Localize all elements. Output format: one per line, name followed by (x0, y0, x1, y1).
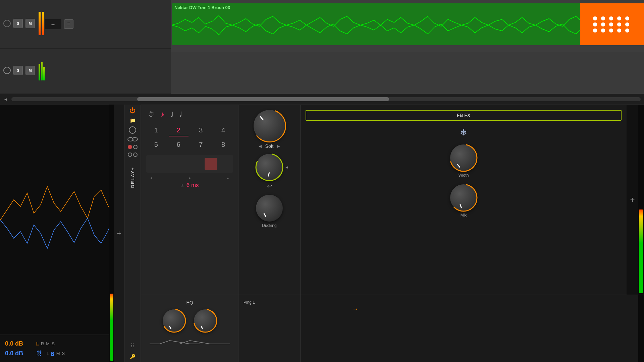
svg-point-4 (163, 309, 185, 332)
circle-icon-1[interactable] (129, 126, 136, 134)
arrow-triplet-left: ▲ (150, 176, 153, 180)
track1-solo-btn[interactable]: S (13, 19, 23, 28)
soft-prev-arrow[interactable]: ◄ (258, 143, 263, 149)
dots-menu-icon[interactable]: ⠿ (130, 343, 135, 349)
soft-knob-ring (252, 109, 287, 143)
scroll-left-arrow[interactable]: ◄ (3, 97, 8, 102)
num-btn-8[interactable]: 8 (213, 139, 233, 150)
right-add-btn[interactable]: + (630, 195, 635, 204)
return-icon[interactable]: ↩ (267, 182, 272, 190)
note-dotted-icon[interactable]: ♪ (161, 110, 164, 119)
panel-right-meter (109, 105, 114, 362)
fbfx-section: FB FX ❄ Width (301, 105, 627, 295)
fbfx-header-btn[interactable]: FB FX (306, 110, 622, 121)
eq-knob2-ring (193, 308, 218, 334)
ducking-knob-indicator (263, 213, 266, 217)
channel-S-blue[interactable]: S (62, 351, 65, 356)
num-btn-7[interactable]: 7 (191, 139, 211, 150)
dots-grid (593, 16, 631, 33)
delay-plugin-label: DELAY+ (130, 167, 135, 188)
channel-M-blue[interactable]: M (56, 351, 60, 356)
plus-minus-icon: ± (180, 182, 183, 189)
right-side-meter (638, 105, 644, 295)
orange-badge[interactable] (580, 3, 644, 45)
track2-solo-btn[interactable]: S (13, 66, 23, 75)
green-knob-ring (255, 153, 284, 182)
knob-arrow-right[interactable]: ◄ (285, 165, 289, 170)
freeze-icon[interactable]: ❄ (460, 127, 467, 138)
level-blue: 0.0 dB (5, 350, 34, 357)
plugin-bottom: EQ (141, 295, 644, 362)
mix-knob-container[interactable] (450, 184, 477, 211)
track1-menu-btn[interactable]: ≡ (64, 19, 73, 29)
audio-region-label: Nektar DW Tom 1 Brush 03 (172, 3, 643, 12)
num-btn-4[interactable]: 4 (213, 125, 233, 136)
folder-icon[interactable]: 📁 (130, 118, 136, 123)
right-meter-bottom (638, 295, 644, 362)
delay-plugin-strip: ⏻ 📁 DELAY+ ⠿ 🔑 (124, 105, 141, 362)
delay-time-section: ⏱ ♪ ♩ 𝅗𝅥 1 2 3 4 5 6 7 8 (141, 105, 238, 295)
channel-M-orange[interactable]: M (46, 341, 50, 346)
soft-knob-container[interactable] (254, 110, 285, 142)
waveform-svg (172, 12, 643, 39)
delay-arrows-row: ▲ ▲ ▲ (146, 176, 233, 180)
ping-label: Ping L (244, 300, 255, 305)
ducking-knob-container[interactable] (256, 195, 283, 222)
soft-nav: ◄ Soft ► (258, 143, 281, 149)
link-icon[interactable]: ⛓ (36, 350, 42, 357)
eq-label: EQ (186, 300, 193, 305)
track2-mute-btn[interactable]: M (25, 66, 35, 75)
channel-L-blue[interactable]: L (47, 351, 49, 356)
add-plugin-btn[interactable]: + (117, 229, 121, 238)
note-quarter-icon[interactable]: ♩ (170, 110, 173, 118)
svg-point-5 (194, 309, 217, 332)
svg-point-1 (256, 154, 283, 181)
delay-slider-thumb[interactable] (205, 158, 217, 170)
green-knob-container[interactable]: ◄ (256, 154, 283, 181)
num-btn-1[interactable]: 1 (146, 125, 166, 136)
eq-curve-svg (150, 336, 230, 347)
track2-record-btn[interactable] (3, 67, 11, 74)
daw-scrollbar: ◄ (0, 94, 644, 105)
soft-next-arrow[interactable]: ► (276, 143, 281, 149)
audio-region-1[interactable]: Nektar DW Tom 1 Brush 03 (172, 3, 643, 45)
svg-point-2 (450, 144, 477, 171)
ducking-label: Ducking (262, 223, 276, 228)
right-plus-section: + (627, 105, 638, 295)
eq-section: EQ (141, 295, 238, 362)
width-knob-container[interactable] (450, 144, 477, 171)
red-circles-pair[interactable] (128, 145, 138, 149)
fbfx-bottom (301, 295, 638, 362)
track1-mute-btn[interactable]: M (25, 19, 35, 28)
num-btn-5[interactable]: 5 (146, 139, 166, 150)
track1-record-btn[interactable] (3, 20, 11, 27)
track1-level-meter (39, 12, 41, 35)
channel-R-blue[interactable]: R (51, 351, 54, 356)
clock-icon[interactable]: ⏱ (148, 111, 155, 118)
delay-slider[interactable] (146, 155, 233, 173)
svg-point-3 (450, 184, 477, 211)
link-circles[interactable] (127, 137, 138, 141)
num-btn-6[interactable]: 6 (169, 139, 189, 150)
key-icon[interactable]: 🔑 (130, 354, 136, 359)
track1-vol-label: ▬ (45, 19, 61, 29)
eq-knob1-container[interactable] (163, 309, 185, 332)
small-circles-pair[interactable] (128, 153, 138, 157)
delay-ms-value: 6 ms (186, 182, 199, 189)
num-btn-2[interactable]: 2 (169, 125, 189, 136)
channel-S-orange[interactable]: S (52, 341, 55, 346)
ducking-knob[interactable] (256, 195, 283, 222)
channel-L-orange[interactable]: L (36, 341, 39, 346)
width-label: Width (459, 173, 469, 178)
num-btn-3[interactable]: 3 (191, 125, 211, 136)
scroll-track[interactable] (11, 97, 641, 101)
waveform-panel (0, 105, 114, 335)
mix-knob-ring (449, 183, 478, 213)
delay-ms-display: ± 6 ms (146, 182, 233, 189)
track2-level-meter (39, 60, 45, 80)
scroll-thumb[interactable] (137, 97, 389, 101)
arrow-note-left: ▲ (188, 176, 192, 180)
power-icon[interactable]: ⏻ (129, 107, 136, 114)
channel-R-orange[interactable]: R (41, 341, 44, 346)
eq-knob2-container[interactable] (194, 309, 217, 332)
